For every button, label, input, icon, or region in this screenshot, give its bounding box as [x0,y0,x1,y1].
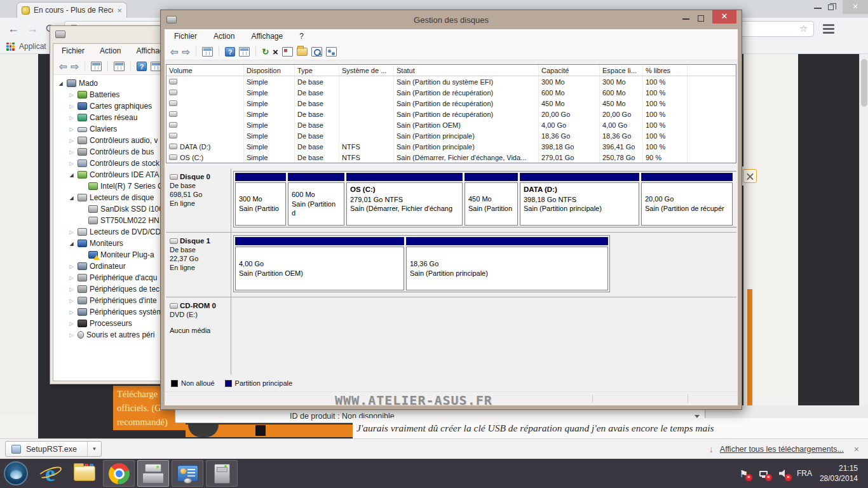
close-icon[interactable]: × [843,0,868,14]
taskbar-item-internet-explorer[interactable]: e [34,460,66,487]
menu-affichage[interactable]: Affichage [251,32,283,41]
expand-icon[interactable]: ▷ [68,92,75,98]
column-header[interactable]: Volume [166,65,244,76]
menu-icon[interactable] [823,24,834,34]
show-console-tree-icon[interactable] [91,62,102,71]
manage-icon[interactable] [326,47,337,57]
expand-icon[interactable]: ▷ [68,264,75,269]
partition[interactable]: 4,00 GoSain (Partition OEM) [235,237,404,290]
taskbar-item-chrome[interactable] [103,460,135,487]
volume-icon[interactable]: × [777,468,789,479]
shelf-close-icon[interactable]: × [854,444,859,454]
column-header[interactable]: % libres [643,65,688,76]
volume-row[interactable]: SimpleDe baseSain (Partition de récupéra… [166,109,736,119]
partition[interactable]: 450 MoSain (Partition [465,173,518,226]
network-icon[interactable]: × [757,468,770,479]
bookmark-star-icon[interactable]: ☆ [799,23,808,34]
column-header[interactable]: Capacité [539,65,600,76]
refresh-icon[interactable]: ↻ [262,48,269,56]
expand-icon[interactable]: ▷ [68,126,75,132]
partition[interactable]: 20,00 GoSain (Partition de récupér [641,173,733,226]
collapse-icon[interactable]: ◢ [68,172,75,178]
scrollbar-thumb[interactable] [861,59,867,107]
volume-row[interactable]: SimpleDe baseSain (Partition de récupéra… [166,98,736,109]
close-icon[interactable]: ✕ [712,10,736,24]
expand-icon[interactable]: ▷ [68,229,75,235]
expand-icon[interactable]: ▷ [68,298,75,304]
tab-close-icon[interactable]: × [117,6,122,15]
action-pane-icon[interactable] [239,47,250,57]
start-button[interactable] [4,461,28,485]
forward-icon[interactable]: ⇨ [182,47,191,57]
partition[interactable]: 18,36 GoSain (Partition principale) [406,237,608,290]
menu-help[interactable]: ? [299,32,304,41]
taskbar-item-device-manager[interactable] [206,460,238,487]
collapse-icon[interactable]: ◢ [68,241,75,247]
menu-fichier[interactable]: Fichier [174,32,197,41]
delete-icon[interactable]: × [273,47,278,57]
expand-icon[interactable]: ▷ [68,332,75,338]
collapse-icon[interactable]: ◢ [68,195,75,201]
menu-action[interactable]: Action [100,46,121,55]
search-icon[interactable] [311,47,322,57]
show-all-downloads-link[interactable]: Afficher tous les téléchargements... [720,445,844,454]
expand-icon[interactable]: ▷ [68,161,75,166]
taskbar-item-file-explorer[interactable] [69,460,100,487]
expand-icon[interactable]: ▷ [68,321,75,327]
expand-icon[interactable]: ▷ [68,104,75,109]
action-center-icon[interactable]: ⚑× [738,468,750,479]
download-item-button[interactable]: SetupRST.exe ▼ [5,441,102,457]
column-header[interactable]: Type [295,65,339,76]
back-icon[interactable]: ⇦ [170,47,179,57]
column-header[interactable] [688,65,736,76]
expand-icon[interactable]: ▷ [68,115,75,121]
expand-arrows-icon[interactable] [743,169,757,183]
expand-icon[interactable]: ▷ [68,275,75,281]
bookmark-label[interactable]: Applicat [19,42,46,51]
volume-row[interactable]: SimpleDe baseSain (Partition OEM)4,00 Go… [166,119,736,130]
disk-label-panel[interactable]: CD-ROM 0DVD (E:)Aucun média [166,297,231,375]
taskbar-item-control-panel[interactable] [172,460,203,487]
back-icon[interactable]: ⇦ [59,62,67,71]
disk-label-panel[interactable]: Disque 1De base22,37 GoEn ligne [166,233,231,297]
volume-row[interactable]: SimpleDe baseSain (Partition du système … [166,76,736,87]
volume-row[interactable]: OS (C:)SimpleDe baseNTFSSain (Démarrer, … [166,152,736,163]
disk-label-panel[interactable]: Disque 0De base698,51 GoEn ligne [166,168,231,232]
browser-tab[interactable]: En cours - Plus de Recover × [17,2,127,18]
forward-icon[interactable]: ⇨ [71,62,79,71]
forward-icon[interactable]: → [27,23,38,34]
collapse-icon[interactable]: ◢ [57,81,64,86]
download-caret-icon[interactable]: ▼ [87,442,101,456]
partition[interactable]: OS (C:)279,01 Go NTFSSain (Démarrer, Fic… [346,173,463,226]
maximize-icon[interactable] [698,15,704,22]
properties-icon[interactable] [282,47,293,57]
column-header[interactable]: Système de ... [339,65,394,76]
properties-window-icon[interactable] [114,62,125,71]
restore-icon[interactable] [828,4,834,10]
expand-icon[interactable]: ▷ [68,149,75,155]
apps-grid-icon[interactable] [6,43,15,51]
menu-action[interactable]: Action [214,32,234,41]
help-icon[interactable]: ? [137,62,147,71]
page-scrollbar[interactable] [859,54,868,438]
help-icon[interactable]: ? [225,47,235,57]
volume-row[interactable]: SimpleDe baseSain (Partition principale)… [166,130,736,141]
show-console-tree-icon[interactable] [202,47,213,57]
expand-icon[interactable]: ▷ [68,287,75,292]
partition[interactable]: DATA (D:)398,18 Go NTFSSain (Partition p… [520,173,639,226]
expand-icon[interactable]: ▷ [68,138,75,144]
clock[interactable]: 21:15 28/03/2014 [820,463,863,484]
minimize-icon[interactable] [682,18,689,20]
partition[interactable]: 600 MoSain (Partition d [288,173,344,226]
back-icon[interactable]: ← [8,23,19,34]
expand-icon[interactable]: ▷ [68,309,75,315]
column-header[interactable]: Espace li... [600,65,643,76]
column-header[interactable]: Statut [394,65,539,76]
disk-management-title-bar[interactable]: Gestion des disques ✕ [161,10,742,29]
volume-row[interactable]: DATA (D:)SimpleDe baseNTFSSain (Partitio… [166,141,736,152]
column-header[interactable]: Disposition [244,65,295,76]
language-indicator[interactable]: FRA [797,469,812,478]
minimize-icon[interactable] [814,8,822,9]
partition[interactable]: 300 MoSain (Partitio [235,173,286,226]
volume-row[interactable]: SimpleDe baseSain (Partition de récupéra… [166,87,736,98]
